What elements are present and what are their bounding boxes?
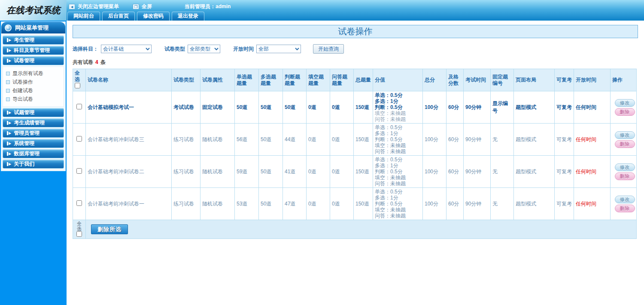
header-multi-count: 多选题题量 bbox=[259, 69, 283, 91]
subject-select[interactable]: 会计基础 bbox=[101, 45, 152, 53]
sidebar-item-label: 试题管理 bbox=[14, 109, 34, 116]
sidebar-item-about-us[interactable]: ▶ 关于我们 bbox=[3, 160, 64, 169]
tab-admin-home[interactable]: 后台首页 bbox=[102, 12, 135, 21]
total-score-cell: 100分 bbox=[423, 188, 447, 220]
score-line: 判断：0.5分 bbox=[375, 169, 421, 175]
header-score-values: 分值 bbox=[373, 69, 423, 91]
paper-attr-cell: 随机试卷 bbox=[200, 188, 235, 220]
row-checkbox[interactable] bbox=[76, 168, 82, 174]
tab-logout[interactable]: 退出登录 bbox=[172, 12, 204, 21]
sidebar-item-examinee-mgmt[interactable]: ▶ 考生管理 bbox=[3, 36, 64, 45]
delete-button[interactable]: 删除 bbox=[615, 140, 635, 148]
open-time-select[interactable]: 全部 bbox=[256, 45, 301, 53]
score-line: 单选：0.5分 bbox=[375, 124, 421, 130]
score-line: 多选：1分 bbox=[375, 98, 421, 104]
delete-button[interactable]: 删除 bbox=[615, 108, 635, 116]
sidebar-item-score-mgmt[interactable]: ▶ 考生成绩管理 bbox=[3, 118, 64, 127]
open-time-cell: 任何时间 bbox=[574, 124, 611, 156]
total-score-cell: 100分 bbox=[423, 124, 447, 156]
score-line: 多选：1分 bbox=[375, 163, 421, 169]
actions-cell: 修改 删除 bbox=[611, 156, 637, 188]
row-checkbox[interactable] bbox=[76, 200, 82, 206]
submenu-item-show-all-papers[interactable]: 显示所有试卷 bbox=[6, 69, 64, 78]
top-tabs: 网站前台 后台首页 修改密码 退出登录 bbox=[67, 12, 204, 21]
submenu-item-export-paper[interactable]: 导出试卷 bbox=[6, 95, 64, 103]
sidebar-item-system-mgmt[interactable]: ▶ 系统管理 bbox=[3, 139, 64, 148]
row-checkbox[interactable] bbox=[76, 136, 82, 142]
single-count-cell: 53道 bbox=[235, 188, 259, 220]
header-paper-type: 试卷类型 bbox=[172, 69, 200, 91]
app-logo: 在线考试系统 bbox=[0, 0, 67, 21]
footer-select-all-label: 全选 bbox=[77, 221, 82, 231]
single-count-cell: 56道 bbox=[235, 124, 259, 156]
sidebar-item-label: 考生成绩管理 bbox=[14, 119, 45, 127]
search-button[interactable]: 开始查询 bbox=[313, 44, 344, 54]
score-line: 填空：未抽题 bbox=[375, 142, 421, 148]
select-all-checkbox[interactable] bbox=[75, 83, 80, 88]
sidebar-item-admin-mgmt[interactable]: ▶ 管理员管理 bbox=[3, 129, 64, 138]
count-number: 4 bbox=[95, 59, 98, 65]
modify-button[interactable]: 修改 bbox=[615, 131, 635, 139]
score-line: 填空：未抽题 bbox=[375, 175, 421, 181]
header-single-count: 单选题题量 bbox=[235, 69, 259, 91]
sidebar-item-label: 考生管理 bbox=[14, 36, 34, 44]
submenu-item-paper-operation[interactable]: 试卷操作 bbox=[6, 78, 64, 86]
paper-count-line: 共有试卷4条 bbox=[73, 59, 644, 66]
square-bullet-icon bbox=[6, 80, 10, 84]
tab-site-front[interactable]: 网站前台 bbox=[67, 12, 100, 21]
table-header-row: 全选 试卷名称 试卷类型 试卷属性 单选题题量 多选题题量 判断题题量 填空题题… bbox=[73, 69, 637, 91]
submenu-item-create-paper[interactable]: 创建试卷 bbox=[6, 86, 64, 95]
multi-count-cell: 50道 bbox=[259, 91, 283, 124]
header-page-layout: 页面布局 bbox=[514, 69, 555, 91]
score-values-cell: 单选：0.5分 多选：1分 判断：0.5分 填空：未抽题 问答：未抽题 bbox=[373, 91, 423, 124]
delete-button[interactable]: 删除 bbox=[615, 172, 635, 180]
fixed-number-cell: 显示编号 bbox=[491, 91, 514, 124]
paper-type-cell: 练习试卷 bbox=[172, 124, 200, 156]
score-values-cell: 单选：0.5分 多选：1分 判断：0.5分 填空：未抽题 问答：未抽题 bbox=[373, 156, 423, 188]
papers-table: 全选 试卷名称 试卷类型 试卷属性 单选题题量 多选题题量 判断题题量 填空题题… bbox=[73, 69, 637, 239]
score-values-cell: 单选：0.5分 多选：1分 判断：0.5分 填空：未抽题 问答：未抽题 bbox=[373, 188, 423, 220]
play-icon: ▶ bbox=[7, 111, 11, 115]
fixed-number-cell: 无 bbox=[491, 124, 514, 156]
row-checkbox[interactable] bbox=[76, 104, 82, 109]
row-select-cell bbox=[73, 156, 86, 188]
sidebar-item-subject-chapter-mgmt[interactable]: ▶ 科目及章节管理 bbox=[3, 46, 64, 55]
footer-select-all-cell: 全选 bbox=[73, 220, 86, 239]
open-time-cell: 任何时间 bbox=[574, 91, 611, 124]
play-icon: ▶ bbox=[7, 48, 11, 52]
count-suffix: 条 bbox=[100, 59, 106, 65]
tab-change-password[interactable]: 修改密码 bbox=[137, 12, 170, 21]
count-prefix: 共有试卷 bbox=[73, 59, 93, 65]
delete-button[interactable]: 删除 bbox=[615, 205, 635, 212]
footer-actions-cell: 删除所选 bbox=[86, 220, 637, 239]
sidebar-item-paper-mgmt[interactable]: ▶ 试卷管理 bbox=[3, 56, 64, 65]
play-icon: ▶ bbox=[7, 142, 11, 145]
modify-button[interactable]: 修改 bbox=[615, 99, 635, 107]
sidebar-item-label: 数据库管理 bbox=[14, 150, 39, 157]
header-actions: 操作 bbox=[611, 69, 637, 91]
select-all-label: 全选 bbox=[75, 70, 84, 83]
modify-button[interactable]: 修改 bbox=[615, 196, 635, 203]
table-row: 会计基础模拟考试一 考试试卷 固定试卷 50道 50道 50道 0道 0道 15… bbox=[73, 91, 637, 124]
sidebar-item-question-mgmt[interactable]: ▶ 试题管理 bbox=[3, 108, 64, 117]
blank-count-cell: 0道 bbox=[307, 124, 330, 156]
row-select-cell bbox=[73, 124, 86, 156]
sidebar-item-label: 管理员管理 bbox=[14, 130, 39, 137]
fullscreen-link[interactable]: ❐ 全屏 bbox=[133, 3, 152, 10]
close-left-menu-link[interactable]: ◄ 关闭左边管理菜单 bbox=[69, 3, 119, 10]
score-line: 问答：未抽题 bbox=[375, 213, 421, 219]
delete-selected-button[interactable]: 删除所选 bbox=[91, 224, 128, 234]
footer-select-all-checkbox[interactable] bbox=[76, 231, 82, 237]
header-judge-count: 判断题题量 bbox=[283, 69, 307, 91]
exam-time-cell: 90分钟 bbox=[464, 124, 491, 156]
page-title: 试卷操作 bbox=[73, 25, 638, 38]
score-line: 问答：未抽题 bbox=[375, 181, 421, 187]
retake-cell: 可复考 bbox=[555, 91, 574, 124]
modify-button[interactable]: 修改 bbox=[615, 163, 635, 171]
paper-attr-cell: 固定试卷 bbox=[200, 91, 235, 124]
score-line: 判断：0.5分 bbox=[375, 136, 421, 142]
multi-count-cell: 50道 bbox=[259, 124, 283, 156]
paper-type-cell: 练习试卷 bbox=[172, 156, 200, 188]
paper-type-select[interactable]: 全部类型 bbox=[188, 45, 220, 53]
sidebar-item-database-mgmt[interactable]: ▶ 数据库管理 bbox=[3, 149, 64, 158]
